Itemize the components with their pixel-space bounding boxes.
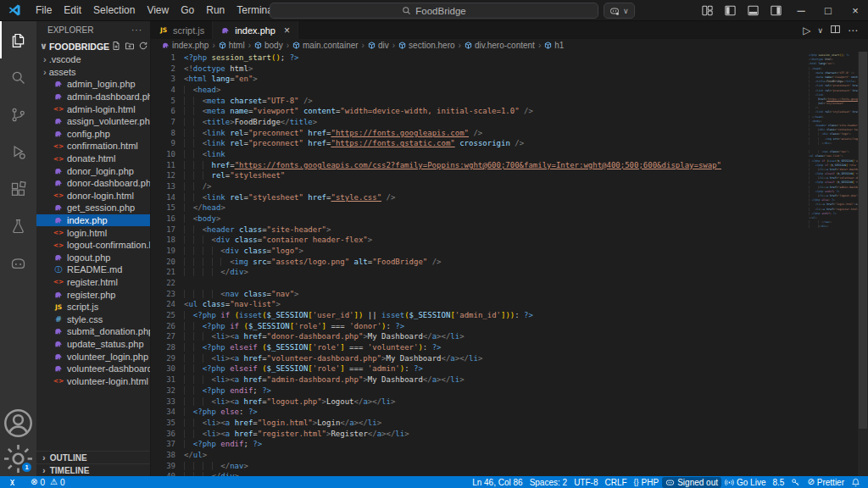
toggle-sidebar-icon[interactable] [720,2,741,19]
file-item-get_session.php[interactable]: get_session.php [36,202,150,214]
file-item-volunteer_login.php[interactable]: volunteer_login.php [36,350,150,363]
accounts-icon[interactable] [0,405,36,441]
search-icon[interactable] [0,58,36,96]
file-tree: ›.vscode›assetsadmin_login.phpadmin-dash… [36,53,150,387]
file-item-admin-login.html[interactable]: <>admin-login.html [36,103,150,115]
code-editor[interactable]: 1<?php session_start(); ?>2<!doctype htm… [151,52,868,476]
broadcast-icon [725,478,734,487]
breadcrumb-item-html[interactable]: html [219,41,245,50]
run-debug-icon[interactable] [0,133,36,170]
folder-item-assets[interactable]: ›assets [36,66,150,79]
close-button[interactable]: × [843,0,868,21]
folder-item-.vscode[interactable]: ›.vscode [36,53,150,66]
problems-indicator[interactable]: ⊗ 0 ⚠ 0 [27,476,68,488]
close-tab-icon[interactable]: × [284,25,290,36]
file-item-register.html[interactable]: <>register.html [36,276,150,289]
copilot-status[interactable]: Signed out [662,477,721,488]
settings-icon[interactable]: 1 [0,441,36,476]
status-label: UTF-8 [574,478,598,487]
breadcrumb-item-h1[interactable]: h1 [544,41,564,50]
file-item-style.css[interactable]: #style.css [36,313,150,325]
eol[interactable]: CRLF [601,476,630,488]
file-item-logout.php[interactable]: logout.php [36,252,150,264]
file-item-volunteer-dashboard.php[interactable]: volunteer-dashboard.php [36,363,150,375]
file-item-admin-dashboard.php[interactable]: admin-dashboard.php [36,91,150,103]
extensions-icon[interactable] [0,170,36,208]
tab-script.js[interactable]: JSscript.js [151,21,213,39]
new-file-icon[interactable] [111,41,121,53]
breadcrumb-item-section.hero[interactable]: section.hero [398,41,454,50]
breadcrumb-separator-icon: › [459,41,461,50]
breadcrumb-item-index.php[interactable]: index.php [162,41,209,50]
source-control-icon[interactable] [0,96,36,133]
customize-layout-icon[interactable] [697,2,718,19]
toggle-secondary-sidebar-icon[interactable] [765,2,787,19]
new-folder-icon[interactable] [125,41,135,53]
copilot-chat-icon[interactable] [0,245,36,282]
command-center-search[interactable]: FoodBridge [270,3,598,19]
editor-area: JSscript.jsindex.php× ▷ ∨ ⋯ index.php›ht… [151,21,868,476]
more-actions-icon[interactable]: ⋯ [848,25,858,36]
menu-view[interactable]: View [141,3,175,18]
file-item-logout-confirmation.html[interactable]: <>logout-confirmation.html [36,239,150,252]
indentation[interactable]: Spaces: 2 [526,476,570,488]
toggle-panel-icon[interactable] [743,2,764,19]
breadcrumb-item-body[interactable]: body [254,41,283,50]
file-item-register.php[interactable]: register.php [36,288,150,301]
language-mode[interactable]: {}PHP [631,476,663,488]
copilot-button[interactable]: ∨ [604,3,635,19]
tab-index.php[interactable]: index.php× [213,21,298,39]
file-item-update_status.php[interactable]: update_status.php [36,338,150,351]
file-item-config.php[interactable]: config.php [36,128,150,141]
refresh-icon[interactable] [138,41,148,53]
menu-edit[interactable]: Edit [58,3,87,18]
file-item-volunteer-login.html[interactable]: <>volunteer-login.html [36,374,150,387]
php-version[interactable]: 8.5 [769,476,787,488]
file-item-index.php[interactable]: index.php [36,214,150,227]
run-dropdown-icon[interactable]: ∨ [817,26,823,35]
notifications[interactable] [848,476,864,488]
run-button[interactable]: ▷ [803,25,810,36]
more-actions-icon[interactable]: ··· [131,25,142,35]
breadcrumb-item-main.container[interactable]: main.container [292,41,359,50]
file-item-submit_donation.php[interactable]: submit_donation.php [36,325,150,338]
breadcrumb-item-div[interactable]: div [368,41,389,50]
file-item-donor-login.html[interactable]: <>donor-login.html [36,190,150,202]
file-item-confirmation.html[interactable]: <>confirmation.html [36,140,150,152]
remote-indicator[interactable] [4,476,20,488]
explorer-root-folder[interactable]: ∨ FOODBRIDGE [36,39,150,53]
encoding[interactable]: UTF-8 [570,476,601,488]
breadcrumb-item-div.hero-content[interactable]: div.hero-content [465,41,535,50]
explorer-icon[interactable] [0,21,36,58]
scrollbar[interactable] [858,52,868,476]
intelephense-key[interactable] [787,476,804,488]
testing-icon[interactable] [0,208,36,245]
file-item-login.html[interactable]: <>login.html [36,226,150,239]
split-editor-icon[interactable] [830,24,841,37]
file-item-README.md[interactable]: ⓘREADME.md [36,263,150,276]
menu-go[interactable]: Go [175,3,200,18]
panel-outline[interactable]: ›OUTLINE [36,451,150,463]
scrollbar-thumb[interactable] [859,52,867,429]
prettier[interactable]: ⊘Prettier [804,476,848,488]
menu-file[interactable]: File [30,3,58,18]
minimap[interactable]: <?php session_start(); ?><!doctype html>… [809,53,858,230]
file-item-donate.html[interactable]: <>donate.html [36,152,150,165]
file-item-admin_login.php[interactable]: admin_login.php [36,78,150,91]
go-live[interactable]: Go Live [721,476,769,488]
panel-timeline[interactable]: ›TIMELINE [36,463,150,476]
file-item-donor_login.php[interactable]: donor_login.php [36,164,150,177]
code-line: 30 <?php elseif ($_SESSION['role'] === '… [151,363,807,374]
breadcrumb-separator-icon: › [212,41,214,50]
menu-selection[interactable]: Selection [87,3,141,18]
file-item-assign_volunteer.php[interactable]: assign_volunteer.php [36,115,150,128]
minimize-button[interactable]: ─ [788,0,814,21]
menu-run[interactable]: Run [200,3,231,18]
symbol-icon [465,42,472,49]
maximize-button[interactable]: □ [815,0,841,21]
file-item-donor-dashboard.php[interactable]: donor-dashboard.php [36,177,150,190]
cursor-position[interactable]: Ln 46, Col 86 [469,476,526,488]
file-item-script.js[interactable]: JSscript.js [36,301,150,313]
php-file-icon [53,253,64,262]
tabs: JSscript.jsindex.php× [151,21,298,39]
